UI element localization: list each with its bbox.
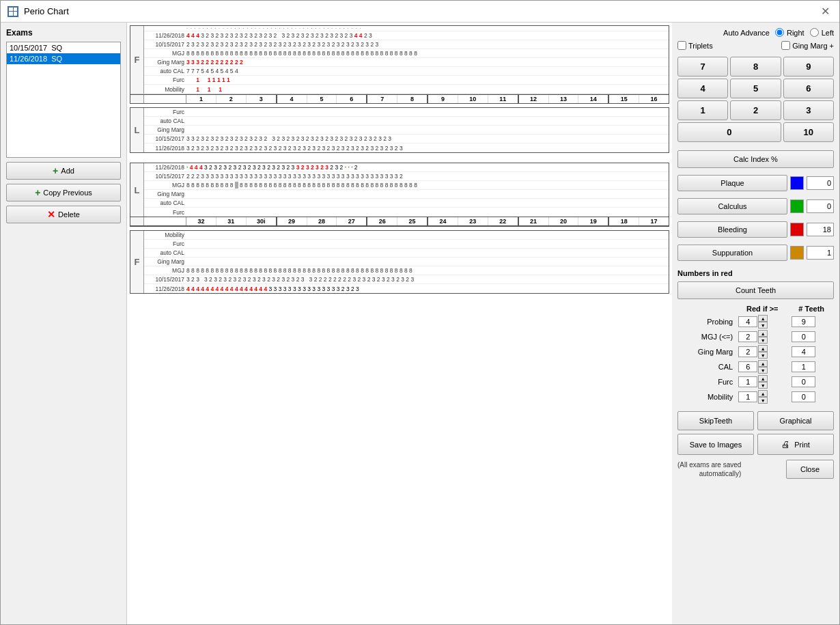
red-table-header-label — [677, 303, 736, 314]
mgj-label: MGJ (<=) — [677, 329, 736, 344]
cal-up[interactable]: ▲ — [758, 360, 768, 367]
mobility-down[interactable]: ▼ — [758, 397, 768, 404]
upper-date2-label: 10/15/2017 — [144, 41, 186, 48]
graphical-button[interactable]: Graphical — [757, 411, 834, 430]
numpad-1[interactable]: 1 — [677, 100, 728, 120]
numpad-6[interactable]: 6 — [783, 79, 834, 98]
calculus-button[interactable]: Calculus — [677, 198, 787, 214]
right-radio-group[interactable]: Right — [775, 28, 804, 37]
suppuration-row: Suppuration 1 — [677, 245, 834, 261]
furc-down[interactable]: ▼ — [758, 382, 768, 389]
exam-item-1[interactable]: 10/15/2017 SQ — [7, 42, 120, 53]
print-icon: 🖨 — [781, 439, 790, 449]
tooth-6: 6 — [337, 95, 367, 103]
numpad-8[interactable]: 8 — [730, 57, 781, 77]
furc-spin[interactable]: ▲ ▼ — [738, 375, 786, 389]
print-button[interactable]: 🖨 Print — [757, 434, 834, 455]
bleeding-value: 18 — [807, 223, 834, 236]
bottom-buttons: SkipTeeth Graphical Save to Images 🖨 Pri… — [677, 411, 834, 479]
copy-icon: + — [35, 187, 40, 198]
left-radio-group[interactable]: Left — [810, 28, 834, 37]
red-if-header: Red if >= — [736, 303, 789, 314]
tooth-9: 9 — [428, 95, 458, 103]
ging-marg-plus-checkbox-group[interactable]: Ging Marg + — [781, 41, 834, 50]
probing-down[interactable]: ▼ — [758, 322, 768, 329]
plaque-button[interactable]: Plaque — [677, 175, 787, 191]
mobility-up[interactable]: ▲ — [758, 390, 768, 397]
mobility-spin-input[interactable] — [738, 391, 757, 402]
lf-date1-label: 10/15/2017 — [144, 276, 186, 283]
furc-row: Furc ▲ ▼ 0 — [677, 374, 834, 389]
right-radio[interactable] — [775, 28, 784, 37]
mgj-up[interactable]: ▲ — [758, 330, 768, 337]
lower-l-label: L — [130, 163, 144, 217]
numpad-4[interactable]: 4 — [677, 79, 728, 98]
tooth-28: 28 — [307, 217, 337, 225]
furc-spin-input[interactable] — [738, 376, 757, 387]
ging-marg-plus-checkbox[interactable] — [781, 41, 790, 50]
left-radio[interactable] — [810, 28, 819, 37]
count-teeth-button[interactable]: Count Teeth — [677, 281, 834, 299]
probing-spin-input[interactable] — [738, 316, 757, 327]
mobility-spin[interactable]: ▲ ▼ — [738, 390, 786, 404]
furc-up[interactable]: ▲ — [758, 375, 768, 382]
lf-date2-label: 11/26/2018 — [144, 286, 186, 292]
tooth-21: 21 — [519, 217, 549, 225]
save-to-images-button[interactable]: Save to Images — [677, 434, 754, 455]
probing-up[interactable]: ▲ — [758, 315, 768, 322]
mobility-table-row: Mobility ▲ ▼ 0 — [677, 389, 834, 404]
cal-row: CAL ▲ ▼ 1 — [677, 359, 834, 374]
upper-autocal-row: 7 7 7 5 4 5 4 5 4 5 4 — [186, 68, 669, 74]
ging-marg-label: Ging Marg — [677, 344, 736, 359]
ging-marg-up[interactable]: ▲ — [758, 345, 768, 352]
plaque-value: 0 — [807, 176, 834, 190]
ging-marg-spin[interactable]: ▲ ▼ — [738, 345, 786, 359]
tooth-29: 29 — [277, 217, 307, 225]
tooth-1: 1 — [186, 95, 216, 103]
ging-marg-spin-input[interactable] — [738, 346, 757, 357]
mgj-spin[interactable]: ▲ ▼ — [738, 330, 786, 344]
triplets-checkbox[interactable] — [677, 41, 686, 50]
auto-advance-section: Auto Advance Right Left — [677, 28, 834, 37]
numpad-9[interactable]: 9 — [783, 57, 834, 77]
numpad-10[interactable]: 10 — [783, 122, 834, 142]
tooth-32: 32 — [186, 217, 216, 225]
suppuration-button[interactable]: Suppuration — [677, 245, 787, 261]
upper-furc-label: Furc — [144, 77, 186, 83]
triplets-checkbox-group[interactable]: Triplets — [677, 41, 713, 50]
cal-spin-input[interactable] — [738, 361, 757, 372]
numpad-3[interactable]: 3 — [783, 100, 834, 120]
mgj-down[interactable]: ▼ — [758, 337, 768, 344]
skip-teeth-button[interactable]: SkipTeeth — [677, 411, 754, 430]
numpad-0[interactable]: 0 — [677, 122, 781, 142]
tooth-27: 27 — [337, 217, 367, 225]
ll-date1-label: 11/26/2018 — [144, 164, 186, 171]
ll-mgj-row: 8 8 8 8 8 8 8 8 8 8 8 8 8 8 8 8 8 8 8 8 … — [186, 182, 669, 189]
exams-list: 10/15/2017 SQ 11/26/2018 SQ — [6, 42, 121, 158]
probing-spin[interactable]: ▲ ▼ — [738, 315, 786, 329]
ging-marg-table-row: Ging Marg ▲ ▼ 4 — [677, 344, 834, 359]
window-close-button[interactable]: ✕ — [818, 5, 832, 18]
delete-button[interactable]: ✕ Delete — [6, 206, 121, 223]
bleeding-button[interactable]: Bleeding — [677, 221, 787, 238]
ging-marg-down[interactable]: ▼ — [758, 352, 768, 359]
upper-date1-row: 4 4 4 3 2 3 2 3 2 3 2 3 2 3 2 3 2 3 2 3 … — [186, 32, 669, 39]
delete-label: Delete — [58, 210, 80, 219]
furc-label: Furc — [677, 374, 736, 389]
cal-spin[interactable]: ▲ ▼ — [738, 360, 786, 374]
close-button[interactable]: Close — [786, 460, 834, 479]
mgj-spin-input[interactable] — [738, 331, 757, 342]
tooth-12: 12 — [519, 95, 549, 103]
red-table: Red if >= # Teeth Probing ▲ ▼ — [677, 303, 834, 404]
numpad-2[interactable]: 2 — [730, 100, 781, 120]
add-button[interactable]: + Add — [6, 162, 121, 180]
left-panel: Exams 10/15/2017 SQ 11/26/2018 SQ + Add … — [1, 23, 127, 624]
cal-down[interactable]: ▼ — [758, 367, 768, 374]
ll-date2-row: 2 2 2 3 3 3 3 3 3 3 3 3 3 3 3 3 3 3 3 3 … — [186, 173, 669, 180]
calc-index-button[interactable]: Calc Index % — [677, 150, 834, 168]
exam-item-2[interactable]: 11/26/2018 SQ — [7, 53, 120, 64]
numpad-7[interactable]: 7 — [677, 57, 728, 77]
numpad-5[interactable]: 5 — [730, 79, 781, 98]
lf-autocal-label: auto CAL — [144, 249, 186, 256]
copy-previous-button[interactable]: + Copy Previous — [6, 184, 121, 202]
